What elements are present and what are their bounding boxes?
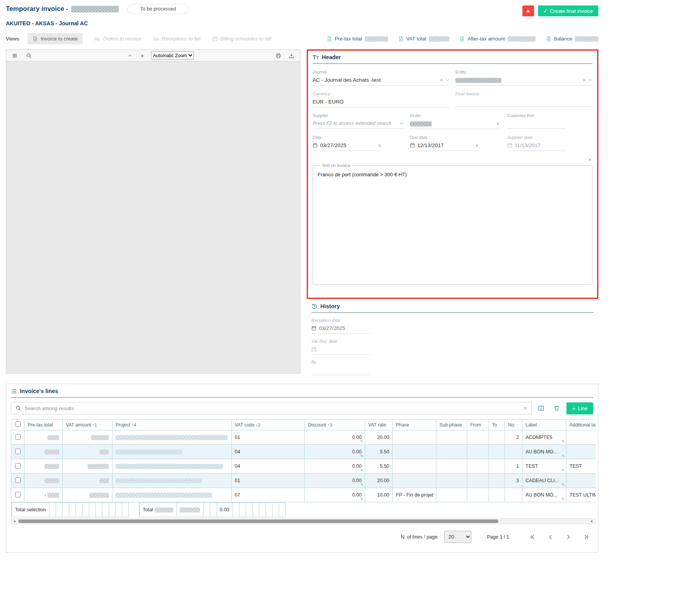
clear-icon[interactable]: ×	[583, 77, 586, 83]
scrollbar-thumb[interactable]	[18, 519, 498, 523]
row-checkbox[interactable]	[15, 449, 21, 454]
previous-page-button[interactable]	[546, 532, 555, 542]
date-field[interactable]: Date 03/27/2025 ×	[313, 135, 381, 151]
cell-discount[interactable]: 0.00✎	[305, 445, 365, 459]
edit-icon[interactable]: ✎	[562, 468, 565, 472]
clear-icon[interactable]: ×	[475, 143, 478, 148]
table-row[interactable]: - 07 0.00✎ 10.00 FP - Fin de projet AU B…	[11, 488, 596, 502]
clear-text-icon[interactable]: ×	[588, 156, 592, 162]
sidebar-toggle-button[interactable]	[11, 52, 19, 60]
header-vat-code[interactable]: VAT code ↓2	[232, 419, 305, 430]
print-button[interactable]	[274, 52, 282, 60]
row-checkbox[interactable]	[15, 477, 21, 483]
header-to[interactable]: To	[489, 419, 505, 430]
clear-search-icon[interactable]: ×	[524, 405, 527, 411]
scroll-right-icon[interactable]: ►	[589, 518, 595, 524]
first-page-button[interactable]	[528, 532, 537, 542]
create-final-invoice-button[interactable]: ✓Create final invoice	[538, 5, 598, 16]
header-discount[interactable]: Discount ↑3	[305, 419, 365, 430]
supplier-placeholder[interactable]: Press F2 to access extended search	[313, 121, 397, 126]
row-checkbox[interactable]	[15, 463, 21, 469]
header-sub-phase[interactable]: Sub-phase	[436, 419, 467, 430]
header-label[interactable]: Label	[522, 419, 566, 430]
calendar-icon[interactable]	[410, 143, 415, 148]
scroll-left-icon[interactable]: ◄	[11, 518, 18, 524]
cell-label[interactable]: ACOMPTE5✎	[522, 430, 566, 445]
next-page-button[interactable]	[564, 532, 573, 542]
edit-icon[interactable]: ✎	[562, 483, 565, 487]
tab-receptions-to-bill[interactable]: Receptions to bill	[153, 36, 200, 42]
add-line-button[interactable]: +Line	[566, 402, 593, 414]
text-on-invoice-field[interactable]: Text on invoice Franco de port (commande…	[313, 163, 592, 284]
order-value[interactable]	[410, 121, 494, 126]
cell-discount[interactable]: 0.00✎	[305, 459, 365, 474]
lines-per-page-select[interactable]: 20	[444, 531, 471, 543]
clear-icon[interactable]: ×	[440, 77, 443, 83]
edit-icon[interactable]: ✎	[360, 468, 364, 472]
edit-icon[interactable]: ✎	[562, 439, 565, 444]
journal-value[interactable]: AC - Journal des Achats -test	[313, 77, 438, 83]
edit-icon[interactable]: ✎	[562, 454, 565, 458]
header-vat-rate[interactable]: VAT rate	[365, 419, 393, 430]
edit-icon[interactable]: ✎	[360, 439, 364, 444]
date-value[interactable]: 03/27/2025	[320, 142, 376, 148]
header-pretax[interactable]: Pre-tax total	[25, 419, 63, 430]
header-additional-label[interactable]: Additional labe	[566, 419, 596, 430]
text-on-invoice-value[interactable]: Franco de port (commande > 300 € HT)	[318, 172, 587, 177]
edit-icon[interactable]: ✎	[360, 454, 364, 458]
tab-invoice-to-create[interactable]: Invoice to create	[28, 33, 82, 44]
delete-lines-button[interactable]	[551, 402, 563, 414]
edit-icon[interactable]: ✎	[562, 497, 565, 501]
tab-billing-schedules-to-bill[interactable]: Billing schedules to bill	[212, 36, 271, 42]
edit-icon[interactable]: ✎	[360, 483, 364, 487]
horizontal-scrollbar[interactable]: ◄ ►	[11, 518, 596, 524]
row-checkbox[interactable]	[15, 492, 21, 497]
zoom-out-button[interactable]: −	[126, 52, 134, 60]
header-from[interactable]: From	[467, 419, 489, 430]
zoom-select[interactable]: Automatic Zoom	[151, 51, 194, 60]
cell-label[interactable]: AU BON MO...✎	[522, 488, 566, 502]
cell-label[interactable]: AU BON MO...✎	[522, 445, 566, 459]
cell-label[interactable]: CADEAU CLI...✎	[522, 474, 566, 488]
cell-discount[interactable]: 0.00✎	[305, 430, 365, 445]
row-checkbox[interactable]	[15, 434, 21, 440]
calendar-icon[interactable]	[313, 143, 318, 148]
table-row[interactable]: 04 0.00✎ 5.50 AU BON MO...✎	[11, 445, 596, 459]
pdf-search-button[interactable]	[25, 52, 33, 60]
order-field[interactable]: Order ×	[410, 113, 499, 129]
header-vat-amount[interactable]: VAT amount ↑1	[63, 419, 112, 430]
chevron-down-icon[interactable]	[588, 79, 592, 81]
table-row[interactable]: 04 0.00✎ 5.50 1 TEST✎ TEST	[11, 459, 596, 474]
close-button[interactable]: ×	[522, 5, 534, 16]
customer-ref-field[interactable]: Customer Ref.	[507, 113, 566, 129]
supplier-field[interactable]: Supplier Press F2 to access extended sea…	[313, 113, 404, 129]
last-page-button[interactable]	[582, 532, 591, 542]
cell-discount[interactable]: 0.00✎	[305, 474, 365, 488]
cell-discount[interactable]: 0.00✎	[305, 488, 365, 502]
select-all-checkbox[interactable]	[15, 421, 21, 427]
download-button[interactable]	[288, 52, 295, 60]
tab-orders-to-receive[interactable]: Orders to receive	[94, 36, 142, 42]
clear-icon[interactable]: ×	[378, 143, 381, 148]
chevron-down-icon[interactable]	[399, 122, 404, 125]
scrollbar-track[interactable]	[18, 519, 589, 524]
zoom-in-button[interactable]: +	[139, 52, 146, 60]
chevron-down-icon[interactable]	[445, 79, 450, 81]
due-date-field[interactable]: Due date 12/13/2017 ×	[410, 135, 478, 151]
table-row[interactable]: 01 0.00✎ 20.00 2 ACOMPTE5✎	[11, 430, 596, 445]
header-no[interactable]: No.	[505, 419, 522, 430]
search-input[interactable]	[25, 405, 520, 411]
due-date-value[interactable]: 12/13/2017	[417, 142, 473, 148]
journal-field[interactable]: Journal AC - Journal des Achats -test ×	[313, 70, 450, 86]
cell-empty	[89, 503, 95, 517]
column-settings-button[interactable]	[535, 402, 547, 414]
clear-icon[interactable]: ×	[496, 121, 499, 126]
search-box[interactable]: ×	[11, 402, 532, 414]
header-phase[interactable]: Phase	[393, 419, 436, 430]
header-project[interactable]: Project ↑4	[112, 419, 232, 430]
edit-icon[interactable]: ✎	[360, 497, 364, 501]
cell-label[interactable]: TEST✎	[522, 459, 566, 474]
entity-value[interactable]	[455, 77, 580, 83]
table-row[interactable]: 01 0.00✎ 20.00 3 CADEAU CLI...✎	[11, 474, 596, 488]
entity-field[interactable]: Entity ×	[455, 70, 592, 86]
